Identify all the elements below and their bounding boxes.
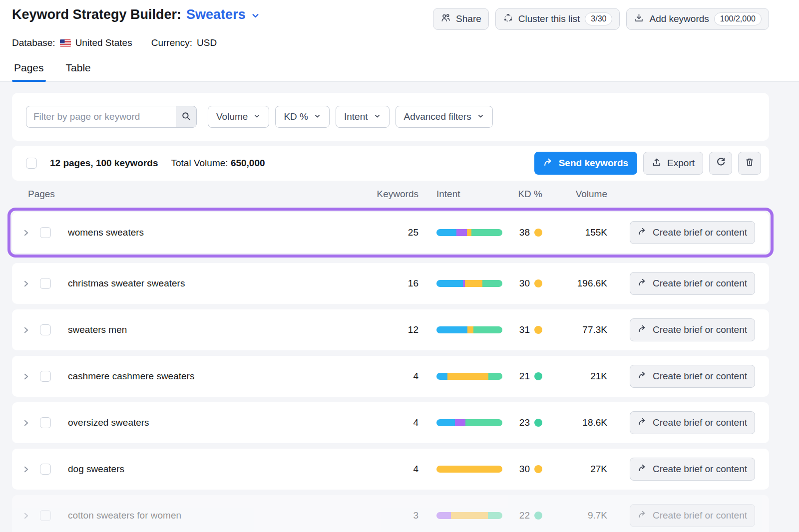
select-all-checkbox[interactable] xyxy=(26,158,37,169)
volume-value: 155K xyxy=(547,227,607,238)
expand-chevron-icon[interactable] xyxy=(22,279,40,288)
download-icon xyxy=(634,13,644,25)
delete-button[interactable] xyxy=(738,152,761,175)
kd-cell: 22 xyxy=(502,510,542,521)
expand-chevron-icon[interactable] xyxy=(22,229,40,237)
page-name[interactable]: womens sweaters xyxy=(64,227,374,238)
volume-filter-dropdown[interactable]: Volume xyxy=(208,106,269,128)
page-name[interactable]: cotton sweaters for women xyxy=(64,510,374,521)
column-kd[interactable]: KD % xyxy=(502,189,542,200)
row-checkbox[interactable] xyxy=(40,510,51,521)
intent-segment-navigational xyxy=(456,229,467,236)
create-brief-button[interactable]: Create brief or content xyxy=(630,504,755,527)
volume-value: 21K xyxy=(547,371,607,382)
refresh-icon xyxy=(716,157,726,170)
search-button[interactable] xyxy=(176,106,197,128)
row-checkbox[interactable] xyxy=(40,278,51,289)
page-row-card: cotton sweaters for women3229.7KCreate b… xyxy=(12,495,769,532)
page-name[interactable]: cashmere cashmere sweaters xyxy=(64,371,374,382)
volume-value: 196.6K xyxy=(547,278,607,289)
volume-value: 27K xyxy=(547,464,607,475)
row-checkbox[interactable] xyxy=(40,227,51,238)
advanced-filters-dropdown[interactable]: Advanced filters xyxy=(396,106,493,128)
intent-bar xyxy=(436,466,502,473)
create-brief-button[interactable]: Create brief or content xyxy=(630,411,755,434)
intent-segment-commercial xyxy=(436,466,502,473)
intent-segment-informational xyxy=(436,326,467,333)
keywords-count: 4 xyxy=(374,371,418,382)
create-brief-button[interactable]: Create brief or content xyxy=(630,365,755,388)
kd-filter-dropdown[interactable]: KD % xyxy=(275,106,330,128)
chevron-down-icon xyxy=(477,111,484,122)
export-icon xyxy=(652,157,662,170)
create-brief-button[interactable]: Create brief or content xyxy=(630,272,755,295)
page-row-card: christmas sweater sweaters1630196.6KCrea… xyxy=(12,263,769,304)
column-intent[interactable]: Intent xyxy=(436,189,502,200)
expand-chevron-icon[interactable] xyxy=(22,326,40,334)
add-keywords-label: Add keywords xyxy=(649,13,709,24)
page-row-card: oversized sweaters42318.6KCreate brief o… xyxy=(12,402,769,443)
expand-chevron-icon[interactable] xyxy=(22,372,40,381)
expand-chevron-icon[interactable] xyxy=(22,512,40,520)
create-brief-label: Create brief or content xyxy=(653,278,747,289)
intent-segment-commercial xyxy=(467,326,473,333)
row-checkbox[interactable] xyxy=(40,324,51,335)
create-brief-button[interactable]: Create brief or content xyxy=(630,318,755,341)
intent-bar xyxy=(436,280,502,287)
page-row-card: womens sweaters2538155KCreate brief or c… xyxy=(12,212,769,253)
page-name[interactable]: oversized sweaters xyxy=(64,417,374,428)
page-row-card: sweaters men123177.3KCreate brief or con… xyxy=(12,309,769,350)
intent-segment-informational xyxy=(436,419,455,426)
expand-chevron-icon[interactable] xyxy=(22,465,40,474)
intent-segment-informational xyxy=(436,280,463,287)
row-checkbox[interactable] xyxy=(40,371,51,382)
total-volume: Total Volume: 650,000 xyxy=(171,158,265,169)
kd-value: 31 xyxy=(519,324,530,335)
list-name-dropdown[interactable]: Sweaters xyxy=(186,7,246,22)
page-name[interactable]: sweaters men xyxy=(64,324,374,335)
tab-pages[interactable]: Pages xyxy=(12,62,46,81)
intent-segment-navigational xyxy=(455,419,465,426)
row-checkbox[interactable] xyxy=(40,464,51,475)
currency-label: Currency: xyxy=(151,37,192,48)
intent-filter-dropdown[interactable]: Intent xyxy=(336,106,390,128)
main-content: Volume KD % Intent Advanced filters 12 p… xyxy=(0,82,799,532)
forward-arrow-icon xyxy=(638,463,647,475)
create-brief-button[interactable]: Create brief or content xyxy=(630,458,755,481)
volume-value: 9.7K xyxy=(547,510,607,521)
page-name[interactable]: christmas sweater sweaters xyxy=(64,278,374,289)
share-button[interactable]: Share xyxy=(433,8,489,30)
export-button[interactable]: Export xyxy=(643,152,703,175)
volume-filter-label: Volume xyxy=(216,111,248,122)
create-brief-label: Create brief or content xyxy=(653,227,747,238)
highlighted-page-row: womens sweaters2538155KCreate brief or c… xyxy=(7,208,774,258)
intent-segment-navigational xyxy=(436,512,451,519)
page-header: Keyword Strategy Builder: Sweaters Share xyxy=(0,0,799,48)
trash-icon xyxy=(745,157,755,170)
create-brief-button[interactable]: Create brief or content xyxy=(630,221,755,244)
kd-dot xyxy=(534,512,542,520)
column-volume[interactable]: Volume xyxy=(547,189,607,200)
chevron-down-icon xyxy=(253,111,261,122)
expand-chevron-icon[interactable] xyxy=(22,419,40,427)
cluster-list-button[interactable]: Cluster this list 3/30 xyxy=(495,8,620,30)
column-pages[interactable]: Pages xyxy=(22,189,374,200)
kd-value: 38 xyxy=(519,227,530,238)
kd-dot xyxy=(534,372,542,380)
kd-value: 30 xyxy=(519,464,530,475)
kd-cell: 23 xyxy=(502,417,542,428)
chevron-down-icon[interactable] xyxy=(251,11,260,20)
row-checkbox[interactable] xyxy=(40,417,51,428)
add-keywords-button[interactable]: Add keywords 100/2,000 xyxy=(626,8,769,30)
page-row-card: dog sweaters43027KCreate brief or conten… xyxy=(12,449,769,490)
page-name[interactable]: dog sweaters xyxy=(64,464,374,475)
tab-table[interactable]: Table xyxy=(64,62,93,81)
keywords-count: 3 xyxy=(374,510,418,521)
intent-bar xyxy=(436,512,502,519)
search-input[interactable] xyxy=(26,106,176,128)
column-keywords[interactable]: Keywords xyxy=(374,189,418,200)
refresh-button[interactable] xyxy=(709,152,732,175)
volume-value: 18.6K xyxy=(547,417,607,428)
send-keywords-button[interactable]: Send keywords xyxy=(534,152,637,175)
currency-value: USD xyxy=(197,37,217,48)
